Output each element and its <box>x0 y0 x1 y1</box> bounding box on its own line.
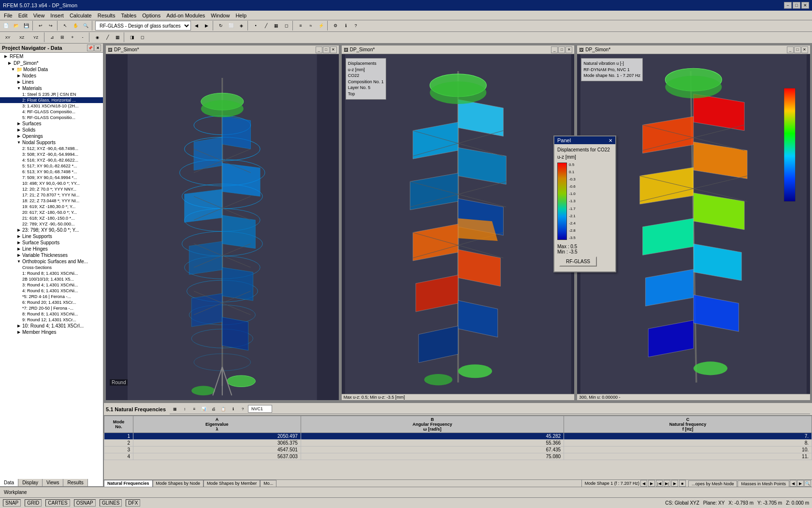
view-zoom-in-btn[interactable]: + <box>68 32 77 42</box>
tree-cs-3[interactable]: 2B 100/10/10; 1.4301 X5... <box>0 276 103 282</box>
mode-last-btn[interactable]: ▶| <box>664 480 670 487</box>
tree-cs-2[interactable]: 1: Round 8; 1.4301 X5CrNi... <box>0 270 103 276</box>
tb-info2-btn[interactable]: ℹ <box>229 404 237 413</box>
new-btn[interactable]: 📄 <box>1 21 11 30</box>
tab-mode-shapes-node[interactable]: Mode Shapes by Node <box>153 480 204 487</box>
tree-cs-8[interactable]: *7: 2RD 20-50 | Ferona -... <box>0 305 103 311</box>
status-osnap[interactable]: OSNAP <box>74 499 96 507</box>
tree-project[interactable]: ▶ DP_Simon* <box>0 60 103 66</box>
rf-glass-button[interactable]: RF-GLASS <box>559 256 597 267</box>
tb-print-btn[interactable]: 🖨 <box>209 404 218 413</box>
tree-ns-4[interactable]: 5: 517; XY 90,0,-82.6622 *... <box>0 163 103 169</box>
vp3-max-btn[interactable]: □ <box>794 46 801 53</box>
status-snap[interactable]: SNAP <box>3 499 21 507</box>
tree-line-hinges[interactable]: ▶Surface Supports <box>0 239 103 246</box>
tb-help2-btn[interactable]: ? <box>238 404 247 413</box>
help-tb-btn[interactable]: ? <box>351 21 361 30</box>
table-nav-left[interactable]: ◀ <box>790 480 797 487</box>
node-btn[interactable]: • <box>251 21 261 30</box>
view-iso-btn[interactable]: ⊿ <box>47 32 57 42</box>
calc-btn[interactable]: ⚡ <box>316 21 326 30</box>
tree-cs-1[interactable]: Cross-Sections <box>0 265 103 270</box>
tree-ns-2[interactable]: 3: 508; XYZ -90,0,-54.9994... <box>0 151 103 157</box>
view-yz-btn[interactable]: YZ <box>29 32 43 42</box>
status-dfx[interactable]: DFX <box>126 499 140 507</box>
tree-ns-13[interactable]: 21: 618; XZ -180,-150.0 *... <box>0 215 103 221</box>
tree-ns-14[interactable]: 22: 789; XYZ -90,-50.000... <box>0 221 103 227</box>
menu-tables[interactable]: Tables <box>118 12 139 19</box>
minimize-btn[interactable]: − <box>784 2 792 9</box>
display-surf-btn[interactable]: ▦ <box>113 32 122 42</box>
mode-next-btn[interactable]: ▶ <box>648 480 655 487</box>
menu-help[interactable]: Help <box>232 12 249 19</box>
status-cartes[interactable]: CARTES <box>45 499 70 507</box>
tree-ortho-surf[interactable]: ▶Variable Thicknesses <box>0 252 103 258</box>
vp2-max-btn[interactable]: □ <box>558 46 565 53</box>
display-nodes-btn[interactable]: ◉ <box>92 32 102 42</box>
tree-solids[interactable]: ▶ Solids <box>0 127 103 133</box>
vp1-canvas[interactable]: Round <box>106 54 339 400</box>
tree-lines[interactable]: ▶ Lines <box>0 79 103 85</box>
result2-btn[interactable]: ≈ <box>306 21 316 30</box>
tree-ns-3[interactable]: 4: 516; XYZ -90,0,-82.6622... <box>0 157 103 163</box>
menu-file[interactable]: File <box>1 12 15 19</box>
tree-model-data[interactable]: ▼ 📁 Model Data <box>0 66 103 73</box>
mode-prev-btn[interactable]: ◀ <box>640 480 647 487</box>
vp2-close-btn[interactable]: ✕ <box>566 46 572 53</box>
tree-ns-1[interactable]: 2: 512; XYZ -90,0,-68.7498... <box>0 146 103 151</box>
section-btn[interactable]: ◻ <box>281 21 291 30</box>
menu-calculate[interactable]: Calculate <box>67 12 95 19</box>
nav-tab-display[interactable]: Display <box>18 479 43 486</box>
wire-mode-btn[interactable]: ◻ <box>137 32 147 42</box>
addon-dropdown[interactable]: RF-GLASS - Design of glass surfaces <box>95 21 191 30</box>
tab-natural-freq[interactable]: Natural Frequencies <box>104 480 153 487</box>
tree-member-eccentric[interactable]: ▶Member Hinges <box>0 329 103 335</box>
view-fit-btn[interactable]: ⊞ <box>58 32 67 42</box>
vp1-max-btn[interactable]: □ <box>323 46 330 53</box>
view-xy-btn[interactable]: XY <box>1 32 14 42</box>
tree-var-thick[interactable]: ▶Line Hinges <box>0 246 103 252</box>
tree-ns-5[interactable]: 6: 513; XY 90,0,-68.7498 *... <box>0 169 103 175</box>
mode-play-btn[interactable]: ▶ <box>671 480 678 487</box>
tree-ns-10[interactable]: 18: 22; Z 73.0448 *; YYY NI... <box>0 198 103 204</box>
tb-sort-btn[interactable]: ↕ <box>180 404 189 413</box>
mode-first-btn[interactable]: |◀ <box>656 480 663 487</box>
nav-pin-btn[interactable]: 📌 <box>87 45 94 51</box>
tree-cs-4[interactable]: 3: Round 4; 1.4301 X5CrNi... <box>0 282 103 288</box>
select-btn[interactable]: ↖ <box>60 21 70 30</box>
tree-openings[interactable]: ▶ Openings <box>0 133 103 139</box>
table-row-2[interactable]: 2 3065.375 55.366 8. <box>104 440 812 447</box>
status-glines[interactable]: GLINES <box>100 499 122 507</box>
tree-ns-8[interactable]: 12: 20; Z 70.0 *; YYY NNY... <box>0 186 103 192</box>
tree-cs-6[interactable]: *5: 2RD 4-16 | Ferona -... <box>0 294 103 299</box>
tree-mat-3[interactable]: 3: 1.4301 X5CrNi18-10 (2H... <box>0 103 103 109</box>
tb-export-btn[interactable]: 📊 <box>200 404 208 413</box>
table-row-1[interactable]: 1 2050.497 45.282 7. <box>104 433 812 440</box>
panel-close-btn[interactable]: ✕ <box>609 138 612 143</box>
tree-ns-9[interactable]: 17: 21; Z 70.8707 *; YYY NI... <box>0 192 103 198</box>
table-row-3[interactable]: 3 4547.501 67.435 10. <box>104 447 812 453</box>
tree-line-supports[interactable]: ▶23: 798; XY 90,-50.0 *; Y... <box>0 227 103 233</box>
pan-btn[interactable]: ✋ <box>71 21 80 30</box>
display-members-btn[interactable]: ╱ <box>102 32 112 42</box>
result1-btn[interactable]: ≡ <box>296 21 305 30</box>
view-zoom-out-btn[interactable]: - <box>78 32 87 42</box>
tree-ns-11[interactable]: 19: 619; XZ -180,30.0 *; Y... <box>0 204 103 209</box>
menu-edit[interactable]: Edit <box>15 12 30 19</box>
tree-nodal-supports[interactable]: ▼ Nodal Supports <box>0 139 103 146</box>
tree-mat-5[interactable]: 5: RF-GLASS Compositio... <box>0 115 103 120</box>
tree-member-hinges[interactable]: ▶10: Round 4; 1.4301 X5CrI... <box>0 323 103 329</box>
tree-mat-1[interactable]: 1: Steel S 235 JR | CSN EN <box>0 91 103 97</box>
tree-mat-4[interactable]: 4: RF-GLASS Compositio... <box>0 109 103 115</box>
view-xz-btn[interactable]: XZ <box>15 32 29 42</box>
info-btn[interactable]: ℹ <box>341 21 350 30</box>
zoom-table-btn[interactable]: 🔍 <box>804 480 811 487</box>
tree-cs-10[interactable]: 9: Round 12; 1.4301 X5Cr... <box>0 317 103 323</box>
menu-view[interactable]: View <box>30 12 48 19</box>
vp1-min-btn[interactable]: _ <box>316 46 322 53</box>
vp2-min-btn[interactable]: _ <box>551 46 558 53</box>
tree-materials[interactable]: ▼ Materials <box>0 85 103 91</box>
surface-btn[interactable]: ▦ <box>271 21 281 30</box>
table-nav-right[interactable]: ▶ <box>797 480 804 487</box>
tree-cs-7[interactable]: 6: Round 20; 1.4301 X5Cr... <box>0 299 103 305</box>
